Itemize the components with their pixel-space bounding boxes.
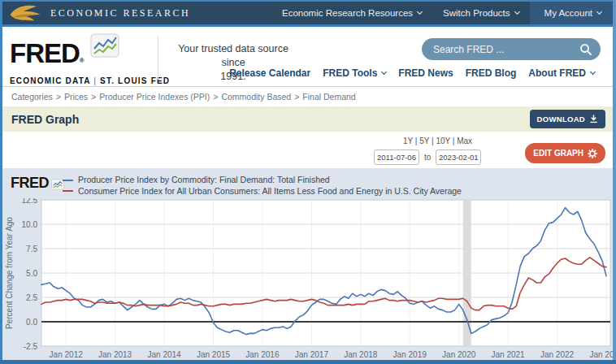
svg-text:10.0: 10.0 bbox=[22, 220, 38, 229]
svg-text:-2.5: -2.5 bbox=[24, 342, 38, 351]
chevron-down-icon bbox=[590, 69, 596, 75]
graph-title-bar: FRED Graph DOWNLOAD bbox=[2, 106, 613, 132]
eagle-icon bbox=[8, 4, 44, 22]
svg-text:7.5: 7.5 bbox=[26, 245, 37, 254]
nav-economic-research-resources[interactable]: Economic Research Resources bbox=[271, 2, 432, 24]
site-header: FRED® ECONOMIC DATA | ST. LOUIS FED Your… bbox=[2, 29, 613, 87]
svg-text:Jan 2022: Jan 2022 bbox=[540, 350, 575, 359]
svg-text:Jan 2019: Jan 2019 bbox=[393, 350, 427, 359]
fred-logo-subtitle: ECONOMIC DATA | ST. LOUIS FED bbox=[10, 76, 156, 85]
legend-item-cpi: Consumer Price Index for All Urban Consu… bbox=[63, 186, 462, 197]
search-icon[interactable] bbox=[579, 43, 592, 56]
svg-text:Jan 2017: Jan 2017 bbox=[295, 350, 329, 359]
breadcrumb-separator: > bbox=[56, 92, 61, 102]
breadcrumb-final-demand[interactable]: Final Demand bbox=[302, 92, 355, 102]
svg-text:0.0: 0.0 bbox=[26, 318, 37, 327]
date-range: to bbox=[374, 150, 481, 165]
chevron-down-icon bbox=[514, 9, 520, 15]
economic-research-logo-link[interactable]: ECONOMIC RESEARCH bbox=[0, 4, 190, 22]
svg-text:Jan 2014: Jan 2014 bbox=[148, 350, 182, 359]
svg-text:Jan 2020: Jan 2020 bbox=[442, 350, 476, 359]
breadcrumb-separator: > bbox=[213, 92, 218, 102]
nav-switch-products[interactable]: Switch Products bbox=[432, 2, 529, 24]
header-divider bbox=[158, 36, 158, 80]
chevron-down-icon bbox=[417, 9, 423, 15]
economic-research-label: ECONOMIC RESEARCH bbox=[50, 7, 190, 20]
gear-icon bbox=[588, 149, 597, 158]
range-presets[interactable]: 1Y | 5Y | 10Y | Max bbox=[403, 136, 472, 145]
svg-text:2.5: 2.5 bbox=[26, 293, 37, 302]
top-nav: Economic Research Resources Switch Produ… bbox=[271, 2, 616, 24]
page-border bbox=[613, 0, 616, 364]
nav-about-fred[interactable]: About FRED bbox=[528, 67, 595, 79]
breadcrumb: Categories > Prices > Producer Price Ind… bbox=[2, 87, 613, 106]
svg-text:Jan 2018: Jan 2018 bbox=[344, 350, 378, 359]
svg-text:Jan 2015: Jan 2015 bbox=[197, 350, 231, 359]
end-date-input[interactable] bbox=[436, 150, 481, 165]
line-chart[interactable]: 12.510.07.55.02.50.0-2.5Jan 2012Jan 2013… bbox=[2, 198, 613, 360]
nav-fred-tools[interactable]: FRED Tools bbox=[323, 67, 386, 79]
search-input[interactable] bbox=[433, 44, 579, 55]
breadcrumb-commodity-based[interactable]: Commodity Based bbox=[221, 92, 291, 102]
page-border bbox=[0, 360, 616, 364]
start-date-input[interactable] bbox=[374, 150, 419, 165]
page-title: FRED Graph bbox=[2, 113, 79, 126]
legend-item-ppi: Producer Price Index by Commodity: Final… bbox=[63, 175, 462, 186]
svg-text:Jan 2023: Jan 2023 bbox=[589, 350, 613, 359]
fred-graph-page: ECONOMIC RESEARCH Economic Research Reso… bbox=[0, 0, 616, 364]
breadcrumb-prices[interactable]: Prices bbox=[64, 92, 88, 102]
legend-label-cpi: Consumer Price Index for All Urban Consu… bbox=[78, 186, 462, 197]
breadcrumb-separator: > bbox=[91, 92, 96, 102]
svg-text:Jan 2013: Jan 2013 bbox=[98, 350, 132, 359]
fred-logo-sparkline-icon bbox=[90, 33, 119, 61]
nav-fred-news[interactable]: FRED News bbox=[398, 67, 453, 79]
legend-swatch-ppi bbox=[63, 180, 73, 181]
fred-wordmark: FRED® bbox=[10, 40, 84, 75]
legend-label-ppi: Producer Price Index by Commodity: Final… bbox=[78, 175, 330, 186]
download-icon bbox=[589, 115, 598, 124]
search-bar bbox=[422, 38, 601, 60]
breadcrumb-categories[interactable]: Categories bbox=[11, 92, 53, 102]
breadcrumb-separator: > bbox=[294, 92, 299, 102]
page-border bbox=[0, 0, 616, 2]
svg-text:Jan 2012: Jan 2012 bbox=[50, 350, 84, 359]
svg-text:Percent Change from Year Ago: Percent Change from Year Ago bbox=[5, 217, 14, 329]
page-border bbox=[0, 0, 2, 364]
date-to-label: to bbox=[424, 153, 431, 162]
svg-text:Jan 2021: Jan 2021 bbox=[492, 350, 526, 359]
svg-text:12.5: 12.5 bbox=[22, 198, 38, 205]
chart-legend: Producer Price Index by Commodity: Final… bbox=[63, 175, 462, 197]
chevron-down-icon bbox=[596, 9, 602, 15]
legend-swatch-cpi bbox=[63, 190, 73, 192]
svg-text:Jan 2016: Jan 2016 bbox=[245, 350, 280, 359]
chevron-down-icon bbox=[381, 69, 387, 75]
edit-graph-button[interactable]: EDIT GRAPH bbox=[525, 143, 605, 163]
nav-my-account[interactable]: My Account bbox=[530, 2, 616, 24]
svg-text:5.0: 5.0 bbox=[26, 269, 37, 278]
chart-panel: FRED Producer Price Index by Commodity: … bbox=[2, 168, 613, 360]
fred-graph-plot[interactable]: 12.510.07.55.02.50.0-2.5Jan 2012Jan 2013… bbox=[2, 198, 613, 360]
fred-watermark: FRED bbox=[11, 176, 64, 190]
fred-logo-link[interactable]: FRED® ECONOMIC DATA | ST. LOUIS FED bbox=[10, 33, 156, 85]
nav-fred-blog[interactable]: FRED Blog bbox=[466, 67, 517, 79]
fred-sub-nav: Release Calendar FRED Tools FRED News FR… bbox=[229, 67, 595, 79]
nav-release-calendar[interactable]: Release Calendar bbox=[229, 67, 310, 79]
graph-controls: 1Y | 5Y | 10Y | Max to EDIT GRAPH bbox=[2, 132, 613, 168]
top-bar: ECONOMIC RESEARCH Economic Research Reso… bbox=[0, 2, 616, 27]
breadcrumb-ppi[interactable]: Producer Price Indexes (PPI) bbox=[99, 92, 210, 102]
download-button[interactable]: DOWNLOAD bbox=[530, 110, 605, 128]
